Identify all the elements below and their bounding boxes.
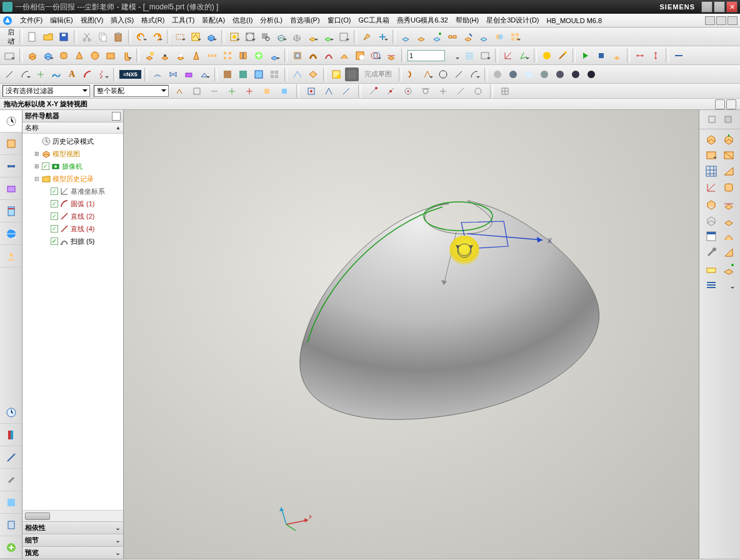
- maximize-button[interactable]: ▢: [714, 1, 725, 12]
- datum-plane-button[interactable]: [173, 30, 187, 44]
- round-button[interactable]: [142, 49, 156, 62]
- graphics-viewport[interactable]: X x: [124, 110, 699, 559]
- unite-button[interactable]: [492, 30, 506, 44]
- part-navigator-tab[interactable]: [0, 110, 22, 132]
- profile2-button[interactable]: [421, 68, 434, 81]
- thicken-button[interactable]: [306, 49, 320, 62]
- type-filter-combo[interactable]: 没有选择过滤器: [2, 85, 90, 97]
- mirror-button[interactable]: [236, 49, 250, 62]
- menu-tools[interactable]: 工具(T): [168, 14, 198, 26]
- swept-button[interactable]: [338, 49, 351, 62]
- mdi-close-button[interactable]: [728, 16, 738, 25]
- text-tool-button[interactable]: A: [65, 68, 79, 81]
- r-window-a[interactable]: [704, 229, 718, 243]
- calc-tab[interactable]: [0, 514, 22, 536]
- menu-yanxiu[interactable]: 燕秀UG模具6.32: [393, 14, 452, 26]
- sweep-button[interactable]: [322, 49, 336, 62]
- replace-comp-button[interactable]: [477, 30, 491, 44]
- style-button[interactable]: [274, 30, 288, 44]
- r-cube-b[interactable]: [722, 132, 736, 146]
- snap-cen[interactable]: [401, 84, 415, 98]
- hint-btn-1[interactable]: [715, 99, 725, 109]
- spline-tool-button[interactable]: [49, 68, 63, 81]
- r-tools-a[interactable]: [704, 246, 718, 259]
- r-box-a[interactable]: [704, 148, 718, 162]
- menu-file[interactable]: 文件(F): [16, 14, 46, 26]
- shade-g-button[interactable]: [584, 68, 598, 81]
- menu-assembly[interactable]: 装配(A): [198, 14, 229, 26]
- snap-2[interactable]: [322, 84, 336, 98]
- sphere-button[interactable]: [88, 49, 102, 62]
- menu-gc[interactable]: GC工具箱: [354, 14, 393, 26]
- hint-btn-2[interactable]: [726, 99, 736, 109]
- r-top-1[interactable]: [705, 112, 719, 126]
- undo-button[interactable]: [134, 30, 148, 44]
- wave-button[interactable]: [228, 30, 241, 44]
- add-comp-button[interactable]: [430, 30, 444, 44]
- sel-btn-4[interactable]: [225, 84, 239, 98]
- sketch-task-button[interactable]: [189, 30, 202, 44]
- clip-button[interactable]: [321, 30, 335, 44]
- navigator-hscroll[interactable]: [22, 510, 123, 521]
- r-grid-a[interactable]: [704, 164, 718, 178]
- circle-button[interactable]: [436, 68, 450, 81]
- snap-mid[interactable]: [384, 84, 398, 98]
- tree-item[interactable]: ⊞模型视图: [22, 148, 123, 160]
- sel-btn-7[interactable]: [278, 84, 291, 98]
- snap-near[interactable]: [454, 84, 468, 98]
- cube-orange-button[interactable]: [26, 49, 39, 62]
- r-cyl-b[interactable]: [722, 181, 736, 194]
- details-section[interactable]: 细节: [22, 534, 123, 546]
- layerset-button[interactable]: [478, 49, 492, 62]
- block-button[interactable]: [2, 49, 16, 62]
- tree-item[interactable]: ⊞✓摄像机: [22, 160, 123, 172]
- sel-btn-3[interactable]: [208, 84, 221, 98]
- shell-button[interactable]: [174, 49, 188, 62]
- stop-button[interactable]: [594, 49, 608, 62]
- measure-tab[interactable]: [0, 446, 22, 469]
- r-more-b[interactable]: [722, 278, 736, 292]
- snap-1[interactable]: [304, 84, 318, 98]
- render-a-button[interactable]: [221, 68, 234, 81]
- surf-c-button[interactable]: [182, 68, 196, 81]
- clock-tab[interactable]: [0, 401, 22, 424]
- pattern-button[interactable]: [376, 30, 389, 44]
- snap-3[interactable]: [339, 84, 353, 98]
- tree-item[interactable]: ✓扫掠 (5): [22, 235, 123, 248]
- r-box-b[interactable]: [722, 148, 736, 162]
- save-button[interactable]: [57, 30, 71, 44]
- assembly-navigator-tab[interactable]: [0, 132, 22, 155]
- navigator-tree[interactable]: 历史记录模式⊞模型视图⊞✓摄像机⊟模型历史记录✓基准坐标系✓圆弧 (1)✓直线 …: [22, 134, 123, 510]
- feature-group-button[interactable]: [268, 49, 281, 62]
- name-column-header[interactable]: 名称: [22, 122, 123, 134]
- menu-info[interactable]: 信息(I): [229, 14, 256, 26]
- reuse-library-tab[interactable]: [0, 178, 22, 200]
- shade-c-button[interactable]: [522, 68, 536, 81]
- pattern-rect-button[interactable]: [221, 49, 234, 62]
- subtract-button[interactable]: [353, 49, 367, 62]
- palette-tab[interactable]: [0, 491, 22, 514]
- sel-btn-6[interactable]: [260, 84, 274, 98]
- arc2-button[interactable]: [468, 68, 481, 81]
- scope-filter-combo[interactable]: 整个装配: [94, 85, 169, 97]
- node-a-button[interactable]: [291, 68, 304, 81]
- mdi-restore-button[interactable]: [716, 16, 726, 25]
- grid-snap[interactable]: [498, 84, 512, 98]
- shade-f-button[interactable]: [569, 68, 582, 81]
- extrude-button[interactable]: [204, 30, 218, 44]
- color-tab[interactable]: [0, 424, 22, 446]
- tree-item[interactable]: ⊟模型历史记录: [22, 172, 123, 185]
- surf-b-button[interactable]: [166, 68, 180, 81]
- r-top-2[interactable]: [721, 112, 735, 126]
- start-button[interactable]: 启动: [2, 30, 16, 44]
- sketch-open-button[interactable]: [329, 68, 343, 81]
- revolve-button[interactable]: [119, 49, 133, 62]
- cyl-button[interactable]: [57, 49, 71, 62]
- shade-d-button[interactable]: [538, 68, 551, 81]
- plugin-button[interactable]: [610, 49, 624, 62]
- r-cut-b[interactable]: [722, 197, 736, 211]
- explode-button[interactable]: [414, 30, 428, 44]
- tree-item[interactable]: ✓直线 (2): [22, 210, 123, 222]
- open-button[interactable]: [41, 30, 55, 44]
- r-tray-a[interactable]: [704, 262, 718, 276]
